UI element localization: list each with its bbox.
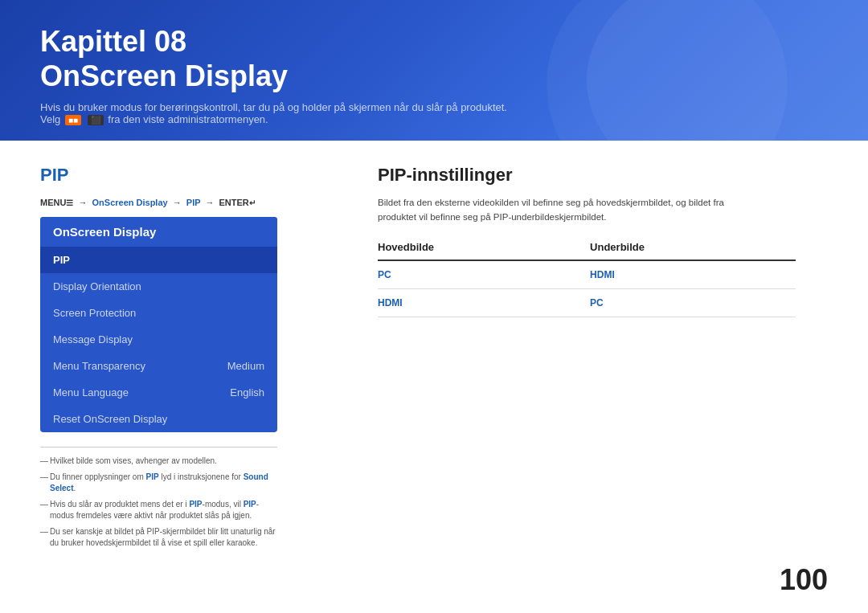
chapter-number: Kapittel 08 <box>40 25 186 58</box>
pip-table: Hovedbilde Underbilde PC HDMI HDMI PC <box>378 241 796 317</box>
breadcrumb-pip: PIP <box>186 198 201 207</box>
page-number: 100 <box>780 563 828 597</box>
menu-item-menu-transparency-value: Medium <box>227 360 264 372</box>
note-3-pip2: PIP <box>244 500 256 509</box>
menu-item-display-orientation[interactable]: Display Orientation <box>40 273 277 300</box>
table-row-2: HDMI PC <box>378 288 796 317</box>
chapter-name: OnScreen Display <box>40 59 288 92</box>
table-row-1-col1: PC <box>378 260 590 289</box>
menu-item-pip[interactable]: PIP <box>40 247 277 273</box>
icon-box-1: ■■ <box>65 115 81 125</box>
main-content: PIP MENU☰ → OnScreen Display → PIP → ENT… <box>0 141 868 613</box>
table-row-2-col1: HDMI <box>378 288 590 317</box>
header-banner: Kapittel 08 OnScreen Display Hvis du bru… <box>0 0 868 141</box>
subtitle-end: fra den viste administratormenyen. <box>108 113 268 125</box>
menu-item-message-display-label: Message Display <box>53 333 133 345</box>
breadcrumb: MENU☰ → OnScreen Display → PIP → ENTER↵ <box>40 198 330 207</box>
note-2: Du finner opplysninger om PIP lyd i inst… <box>40 472 277 494</box>
menu-item-menu-transparency[interactable]: Menu Transparency Medium <box>40 353 277 379</box>
menu-item-menu-language-value: English <box>230 386 264 398</box>
breadcrumb-onscreen: OnScreen Display <box>92 198 168 207</box>
breadcrumb-enter: ENTER <box>219 198 248 207</box>
menu-item-display-orientation-label: Display Orientation <box>53 280 141 292</box>
table-row-1: PC HDMI <box>378 260 796 289</box>
note-2-pip: PIP <box>146 472 159 481</box>
menu-item-menu-language[interactable]: Menu Language English <box>40 379 277 406</box>
menu-item-pip-label: PIP <box>53 254 70 266</box>
right-column: PIP-innstillinger Bildet fra den ekstern… <box>378 165 828 589</box>
left-column: PIP MENU☰ → OnScreen Display → PIP → ENT… <box>40 165 330 589</box>
onscreen-menu-box: OnScreen Display PIP Display Orientation… <box>40 217 277 432</box>
menu-header: OnScreen Display <box>40 217 277 247</box>
menu-item-reset-onscreen-label: Reset OnScreen Display <box>53 413 167 425</box>
pip-section-title: PIP <box>40 165 330 186</box>
notes-section: Hvilket bilde som vises, avhenger av mod… <box>40 447 277 549</box>
icon-box-2: ⬛ <box>88 115 104 125</box>
menu-label: MENU <box>40 198 66 207</box>
table-col2-header: Underbilde <box>590 241 796 260</box>
menu-item-message-display[interactable]: Message Display <box>40 326 277 353</box>
menu-item-menu-language-label: Menu Language <box>53 386 129 398</box>
note-3-pip1: PIP <box>189 500 202 509</box>
note-1: Hvilket bilde som vises, avhenger av mod… <box>40 456 277 467</box>
table-col1-header: Hovedbilde <box>378 241 590 260</box>
pip-settings-title: PIP-innstillinger <box>378 165 828 186</box>
note-3: Hvis du slår av produktet mens det er i … <box>40 499 277 521</box>
menu-item-screen-protection-label: Screen Protection <box>53 307 136 319</box>
menu-item-reset-onscreen[interactable]: Reset OnScreen Display <box>40 406 277 432</box>
table-row-2-col2: PC <box>590 288 796 317</box>
header-subtitle: Hvis du bruker modus for berøringskontro… <box>40 101 522 125</box>
menu-item-menu-transparency-label: Menu Transparency <box>53 360 145 372</box>
menu-item-screen-protection[interactable]: Screen Protection <box>40 300 277 326</box>
chapter-title: Kapittel 08 OnScreen Display <box>40 24 828 93</box>
table-row-1-col2: HDMI <box>590 260 796 289</box>
note-4: Du ser kanskje at bildet på PIP-skjermbi… <box>40 526 277 549</box>
note-2-sound: Sound Select <box>50 472 268 492</box>
pip-description: Bildet fra den eksterne videokilden vil … <box>378 195 764 225</box>
